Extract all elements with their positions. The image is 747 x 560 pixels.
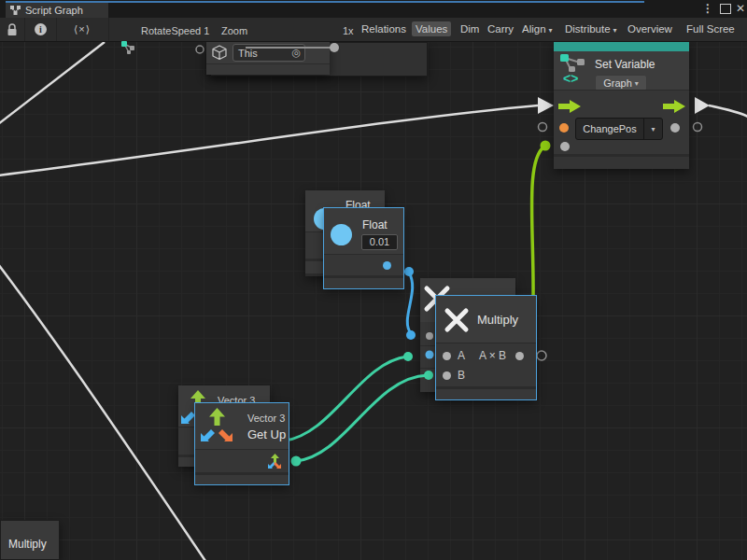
info-button[interactable]: i <box>24 18 57 41</box>
code-view-button[interactable]: ⟨×⟩ <box>56 18 109 41</box>
maximize-icon[interactable] <box>718 2 733 18</box>
tab-bar: Script Graph ⋮ ✕ <box>0 0 747 18</box>
chevron-down-icon: ▾ <box>651 125 655 133</box>
vector3-output-port-icon[interactable] <box>267 454 282 469</box>
float-icon <box>331 224 352 245</box>
port-label-b: B <box>458 369 465 382</box>
node-title: Multiply <box>8 538 47 551</box>
info-icon: i <box>34 22 48 36</box>
lock-button[interactable] <box>0 18 25 41</box>
zoom-slider-handle[interactable] <box>330 43 339 52</box>
output-port[interactable] <box>670 123 680 133</box>
values-button[interactable]: Values <box>412 21 451 36</box>
port-label-axb: A × B <box>479 349 506 362</box>
zoom-value: 1x <box>343 25 354 36</box>
vector3-downright-arrow-icon <box>218 427 233 441</box>
node-title: Vector 3 <box>247 413 285 424</box>
variable-name-dropdown[interactable]: ChangePos <box>575 118 644 140</box>
vector3-up-arrow-icon <box>208 408 226 426</box>
set-variable-icon: <> <box>557 52 589 86</box>
multiply-icon <box>444 307 470 333</box>
node-title: Multiply <box>477 313 518 327</box>
relations-button[interactable]: Relations <box>358 21 410 36</box>
close-icon[interactable]: ✕ <box>734 2 747 16</box>
float-value-input[interactable]: 0.01 <box>361 234 398 250</box>
float-node[interactable]: Float 0.01 <box>324 208 403 288</box>
chevron-down-icon: ▾ <box>635 79 639 88</box>
svg-text:i: i <box>39 24 42 35</box>
control-in-arrow-icon[interactable] <box>558 100 581 113</box>
tab-script-graph[interactable]: Script Graph <box>6 3 108 18</box>
control-out-arrow-icon[interactable] <box>663 100 685 113</box>
gameobject-cube-icon <box>212 45 227 61</box>
script-graph-icon <box>10 6 21 15</box>
get-up-node[interactable]: Vector 3 Get Up <box>195 403 289 484</box>
chevron-down-icon: ▾ <box>549 26 553 35</box>
distribute-button[interactable]: Distribute▾ <box>561 21 621 36</box>
set-variable-node[interactable]: <> Set Variable Graph ▾ ChangePos ▾ <box>554 41 689 169</box>
node-subtitle: Get Up <box>247 427 286 441</box>
multiply-corner-node[interactable]: Multiply <box>0 520 60 560</box>
graph-breadcrumb-icon <box>120 39 137 56</box>
zoom-label: Zoom <box>221 25 247 36</box>
gameobject-field-value: This <box>233 48 291 59</box>
float-output-port[interactable] <box>383 261 391 270</box>
chevron-down-icon: ▾ <box>613 26 617 35</box>
variable-input-port[interactable] <box>559 123 569 133</box>
breadcrumb-graph-name[interactable]: RotateSpeed 1 <box>141 25 209 36</box>
multiply-node[interactable]: Multiply A A × B B <box>436 296 536 399</box>
overview-button[interactable]: Overview <box>624 21 676 36</box>
carry-button[interactable]: Carry <box>484 21 517 36</box>
output-port[interactable] <box>515 352 524 360</box>
code-icon: ⟨×⟩ <box>74 23 91 35</box>
vector3-downleft-arrow-icon <box>201 427 216 441</box>
align-button[interactable]: Align▾ <box>518 21 557 36</box>
dim-button[interactable]: Dim <box>457 21 483 36</box>
lock-icon <box>5 22 20 37</box>
node-title: Float <box>362 218 388 231</box>
value-input-port[interactable] <box>560 142 570 151</box>
graph-toolbar: i ⟨×⟩ RotateSpeed 1 Zoom 1x Relations Va… <box>0 18 747 42</box>
node-title: Set Variable <box>595 58 655 71</box>
port-label-a: A <box>458 349 465 362</box>
vector3-downleft-arrow-icon <box>181 409 196 424</box>
tab-label: Script Graph <box>25 5 83 16</box>
input-port-b[interactable] <box>443 371 451 380</box>
variable-kind-bar <box>554 41 689 51</box>
svg-text:<>: <> <box>563 71 578 86</box>
variable-name-dropdown-arrow[interactable]: ▾ <box>643 118 663 140</box>
zoom-slider[interactable] <box>246 47 334 49</box>
script-graph-window: Float Vector 3 <box>0 0 747 560</box>
fullscreen-button[interactable]: Full Scree <box>683 21 739 36</box>
input-port-a[interactable] <box>443 352 451 360</box>
kebab-menu-icon[interactable]: ⋮ <box>701 2 714 16</box>
